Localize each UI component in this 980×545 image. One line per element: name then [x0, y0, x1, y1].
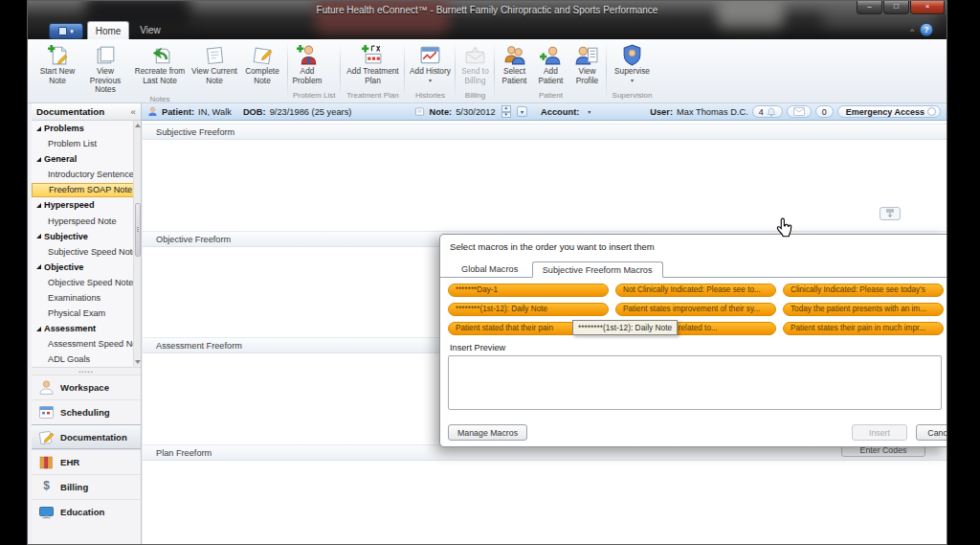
emergency-access-button[interactable]: Emergency Access	[837, 105, 941, 118]
ehr-icon	[38, 454, 55, 470]
expanded-triangle-icon	[36, 203, 41, 208]
insert-button: Insert	[852, 424, 907, 441]
patient-info-bar: Patient: IN, Walk DOB: 9/23/1986 (25 yea…	[142, 103, 947, 121]
start-new-note-button[interactable]: Start New Note	[33, 41, 81, 85]
add-patient-button[interactable]: Add Patient	[532, 41, 568, 85]
messages-button[interactable]	[787, 105, 812, 118]
complete-note-button[interactable]: Complete Note	[238, 41, 286, 85]
ribbon-separator	[455, 42, 456, 100]
tree-item-objective-speed-note[interactable]: Objective Speed Note	[32, 275, 134, 290]
section-subjective-freeform: Subjective Freeform	[143, 124, 947, 140]
tab-home[interactable]: Home	[87, 21, 129, 39]
complete-note-icon	[251, 43, 275, 67]
insert-preview-box[interactable]	[448, 355, 942, 410]
cancel-button[interactable]: Cancel	[916, 424, 947, 441]
scroll-up-icon[interactable]	[135, 124, 141, 127]
module-documentation[interactable]: Documentation	[32, 424, 141, 449]
note-date-spinner[interactable]: ▲ ▼	[501, 105, 511, 118]
dialog-title: Select macros in the order you want to i…	[440, 235, 947, 254]
macro-button[interactable]: ********(1st-12): Daily Note	[448, 303, 609, 316]
maximize-button[interactable]: □	[883, 1, 909, 14]
scroll-down-icon[interactable]	[135, 360, 141, 364]
patient-name: IN, Walk	[198, 107, 232, 117]
macro-button[interactable]: Clinically Indicated: Please see today's	[783, 284, 944, 297]
alerts-badge[interactable]: 4	[752, 105, 783, 118]
minimize-button[interactable]: –	[857, 1, 882, 14]
maximize-icon: □	[894, 2, 899, 11]
manage-macros-button[interactable]: Manage Macros	[448, 424, 527, 441]
app-menu-button[interactable]: ▾	[49, 23, 83, 39]
ribbon-group-label: Problem List	[289, 91, 339, 102]
alerts-count: 4	[759, 107, 764, 117]
macro-button[interactable]: Patient states their pain in much impr..…	[783, 322, 944, 335]
tab-global-macros[interactable]: Global Macros	[452, 261, 527, 276]
macro-button[interactable]: Not Clinically Indicated: Please see to.…	[615, 284, 776, 297]
education-icon	[38, 504, 55, 520]
module-education[interactable]: Education	[32, 499, 141, 524]
tree-header-assessment[interactable]: Assessment	[32, 321, 134, 336]
ribbon-separator	[287, 42, 288, 100]
new-note-icon	[46, 43, 70, 67]
tree-item-assessment-speed-note[interactable]: Assessment Speed No	[32, 336, 134, 352]
view-profile-button[interactable]: View Profile	[568, 41, 605, 85]
tree-item-physical-exam[interactable]: Physical Exam	[32, 306, 134, 321]
tree-item-introductory-sentence[interactable]: Introductory Sentence	[32, 167, 134, 182]
dialog-tabs: Global Macros Subjective Freeform Macros	[440, 259, 947, 277]
add-history-icon	[418, 43, 442, 67]
tree-header-general[interactable]: General	[32, 151, 134, 167]
ribbon-separator	[494, 42, 495, 100]
macro-button[interactable]: *******Day-1	[448, 284, 609, 297]
recreate-from-last-note-button[interactable]: Recreate from Last Note	[129, 41, 190, 85]
ribbon-group-label: Treatment Plan	[342, 91, 403, 102]
macro-button[interactable]: Today the patient presents with an im...	[783, 303, 944, 316]
ribbon-collapse-icon[interactable]: ^	[910, 27, 914, 35]
tree-item-freeform-soap-note[interactable]: Freeform SOAP Note	[32, 183, 134, 197]
tab-subjective-freeform-macros[interactable]: Subjective Freeform Macros	[532, 261, 663, 278]
tree-item-hyperspeed-note[interactable]: Hyperspeed Note	[32, 213, 134, 228]
note-dropdown-button[interactable]: ▾	[517, 106, 527, 117]
tree-header-hyperspeed[interactable]: Hyperspeed	[32, 197, 134, 213]
account-dropdown-button[interactable]: ▾	[585, 107, 593, 116]
ribbon-separator	[404, 42, 405, 100]
spin-down-icon[interactable]: ▼	[501, 112, 511, 119]
help-button[interactable]: ?	[920, 23, 933, 36]
close-button[interactable]: ×	[910, 1, 945, 14]
tab-view[interactable]: View	[131, 21, 169, 39]
module-billing[interactable]: $ Billing	[32, 474, 141, 499]
collapse-panel-icon[interactable]: «	[131, 106, 136, 117]
tree-header-objective[interactable]: Objective	[32, 260, 134, 275]
sidebar: Documentation « Problems Problem List Ge…	[32, 103, 142, 544]
ribbon-group-billing: Send to Billing Billing	[457, 39, 493, 102]
add-problem-button[interactable]: Add Problem	[289, 41, 325, 85]
select-patient-button[interactable]: Select Patient	[496, 41, 532, 85]
ribbon-group-histories: Add History ▾ Histories	[406, 39, 454, 102]
module-workspace[interactable]: Workspace	[32, 375, 141, 399]
note-date-value[interactable]: 5/30/2012	[456, 107, 495, 117]
messages-count-badge: 0	[815, 105, 834, 118]
tree-header-subjective[interactable]: Subjective	[32, 229, 134, 244]
add-problem-icon	[296, 43, 320, 67]
scrollbar-thumb[interactable]	[135, 203, 141, 257]
insert-macro-button[interactable]	[880, 207, 901, 220]
add-history-button[interactable]: Add History ▾	[406, 41, 454, 83]
macro-button[interactable]: Patient states improvement of their sy..…	[615, 303, 776, 316]
view-previous-notes-button[interactable]: View Previous Notes	[81, 41, 129, 95]
tree-item-problem-list[interactable]: Problem List	[32, 136, 134, 151]
ribbon-group-patient: Select Patient Add Patient View Profile …	[496, 39, 605, 102]
tree-item-subjective-speed-note[interactable]: Subjective Speed Note	[32, 244, 134, 260]
tree-header-problems[interactable]: Problems	[32, 121, 134, 136]
tree-item-examinations[interactable]: Examinations	[32, 290, 134, 306]
add-patient-icon	[539, 43, 563, 67]
billing-dollar-icon: $	[38, 479, 55, 495]
ribbon: Start New Note View Previous Notes Recre…	[28, 39, 947, 103]
panel-splitter[interactable]: •••••	[32, 368, 141, 375]
supervise-button[interactable]: Supervise ▾	[608, 41, 656, 83]
add-treatment-plan-button[interactable]: Add Treatment Plan	[342, 41, 403, 85]
module-ehr[interactable]: EHR	[32, 449, 141, 474]
tree-item-adl-goals[interactable]: ADL Goals	[32, 352, 134, 367]
view-current-note-button[interactable]: View Current Note	[190, 41, 238, 85]
module-scheduling[interactable]: Scheduling	[32, 399, 141, 424]
bell-icon	[767, 107, 776, 117]
select-patient-icon	[502, 43, 526, 67]
tree-scrollbar[interactable]	[133, 121, 141, 367]
